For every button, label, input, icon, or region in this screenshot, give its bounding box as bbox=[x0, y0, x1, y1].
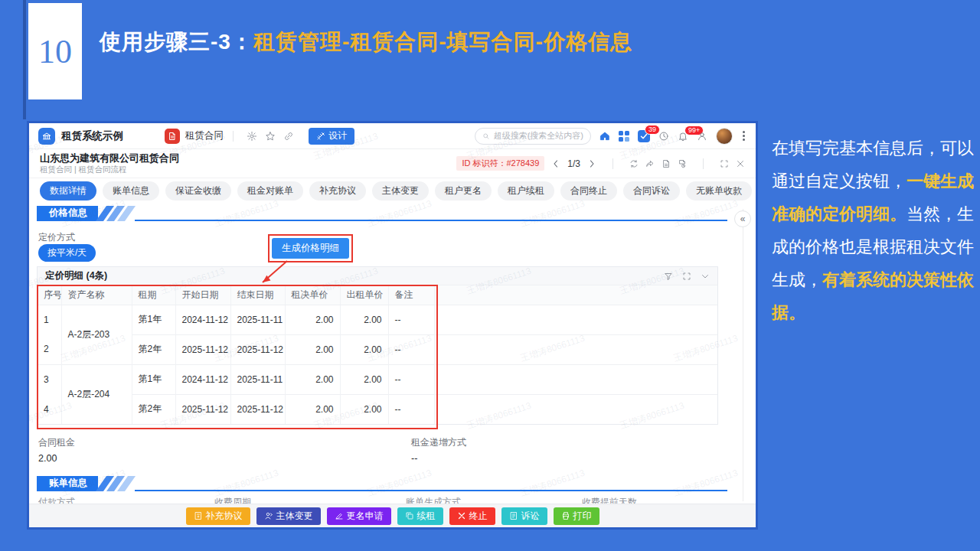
slide-title-prefix: 使用步骤三-3： bbox=[100, 30, 253, 54]
global-search-input[interactable]: 超级搜索(搜索全站内容) bbox=[475, 128, 591, 145]
breadcrumb: 租赁合同 | 租赁合同流程 bbox=[40, 165, 179, 174]
terminate-button[interactable]: 终止 bbox=[449, 507, 495, 525]
table-row: 2 第2年 2025-11-12 2025-11-12 2.00 2.00 -- bbox=[38, 334, 717, 364]
app-screenshot: 王增涛80661113王增涛80661113王增涛80661113王增涛8066… bbox=[27, 121, 758, 530]
subheader-controls: ID 标识符：#278439 1/3 bbox=[456, 156, 745, 171]
tab-litigation[interactable]: 合同诉讼 bbox=[623, 181, 680, 201]
chevron-down-icon[interactable] bbox=[701, 272, 710, 281]
litigation-button[interactable]: 诉讼 bbox=[501, 507, 547, 525]
divider bbox=[612, 158, 613, 169]
price-section-title: 价格信息 bbox=[37, 206, 98, 221]
link-icon[interactable] bbox=[283, 131, 294, 142]
side-note: 在填写完基本信息后，可以通过自定义按钮，一键生成准确的定价明细。当然，生成的价格… bbox=[772, 132, 974, 329]
footer-action-bar: 补充协议 主体变更 更名申请 续租 终止 诉讼 bbox=[29, 504, 756, 527]
history-clock-icon[interactable] bbox=[658, 131, 669, 142]
search-icon bbox=[482, 132, 490, 141]
document-icon bbox=[168, 132, 177, 141]
copy-icon bbox=[405, 511, 414, 520]
share-icon[interactable] bbox=[645, 159, 655, 168]
col-no: 序号 bbox=[38, 285, 61, 305]
app-brand: 租赁系统示例 bbox=[61, 129, 123, 143]
renew-button[interactable]: 续租 bbox=[397, 507, 443, 525]
slide-title: 使用步骤三-3：租赁管理-租赁合同-填写合同-价格信息 bbox=[100, 28, 632, 57]
app-navbar: 租赁系统示例 租赁合同 设计 超级搜索(搜索全站内容 bbox=[29, 123, 756, 149]
asset-cell: A-2层-204 bbox=[61, 364, 132, 424]
filter-icon[interactable] bbox=[664, 272, 673, 281]
subject-change-button[interactable]: 主体变更 bbox=[256, 507, 321, 525]
contract-rent-value: 2.00 bbox=[38, 453, 57, 464]
bank-icon bbox=[42, 132, 51, 141]
supplement-agreement-button[interactable]: 补充协议 bbox=[186, 507, 250, 525]
design-button[interactable]: 设计 bbox=[309, 128, 354, 145]
col-decide-price: 租决单价 bbox=[285, 285, 340, 305]
tab-terminate[interactable]: 合同终止 bbox=[560, 181, 617, 201]
tab-no-bill-receipt[interactable]: 无账单收款 bbox=[686, 181, 752, 201]
banner-line bbox=[135, 220, 727, 221]
col-start-date: 开始日期 bbox=[175, 285, 230, 305]
home-icon[interactable] bbox=[599, 131, 610, 142]
asset-cell: A-2层-203 bbox=[61, 305, 132, 364]
doc-export-icon[interactable] bbox=[662, 159, 671, 168]
bell-icon[interactable]: 99+ bbox=[678, 131, 688, 142]
left-accent-bar bbox=[23, 0, 26, 119]
search-placeholder: 超级搜索(搜索全站内容) bbox=[494, 130, 583, 142]
clipped-field-row: 付款方式 收费周期 账单生成方式 收费提前天数 bbox=[38, 496, 712, 504]
gear-icon[interactable] bbox=[247, 131, 257, 142]
tasks-badge: 39 bbox=[645, 125, 660, 135]
table-row: 4 第2年 2025-11-12 2025-11-12 2.00 2.00 -- bbox=[38, 394, 717, 424]
module-name: 租赁合同 bbox=[185, 129, 224, 142]
tab-tenant-rename[interactable]: 租户更名 bbox=[435, 181, 492, 201]
close-icon[interactable] bbox=[736, 159, 745, 168]
slide: 10 使用步骤三-3：租赁管理-租赁合同-填写合同-价格信息 王增涛806611… bbox=[0, 0, 980, 551]
pricing-method-value: 按平米/天 bbox=[38, 244, 96, 262]
tab-tenant-renew[interactable]: 租户续租 bbox=[498, 181, 554, 201]
person-switch-icon bbox=[264, 511, 273, 520]
tab-deposit[interactable]: 保证金收缴 bbox=[165, 181, 231, 201]
tab-rent-statement[interactable]: 租金对账单 bbox=[237, 181, 303, 201]
table-header-row: 序号 资产名称 租期 开始日期 结束日期 租决单价 出租单价 备注 bbox=[38, 285, 717, 305]
tasks-icon[interactable]: 39 bbox=[638, 130, 650, 142]
tab-supplement[interactable]: 补充协议 bbox=[309, 181, 366, 201]
expand-icon[interactable] bbox=[682, 272, 691, 281]
apps-grid-icon[interactable] bbox=[619, 131, 629, 142]
star-icon[interactable] bbox=[265, 131, 276, 142]
rent-increase-label: 租金递增方式 bbox=[411, 436, 466, 449]
col-remark: 备注 bbox=[388, 285, 434, 305]
collapse-panel-button[interactable]: « bbox=[734, 210, 751, 227]
tab-data-detail[interactable]: 数据详情 bbox=[40, 181, 96, 201]
price-detail-panel: 定价明细 (4条) 序号 资产名称 租期 开始日期 bbox=[37, 266, 718, 425]
app-logo[interactable] bbox=[38, 128, 55, 145]
table-row: 1 A-2层-203 第1年 2024-11-12 2025-11-11 2.0… bbox=[38, 305, 717, 334]
user-icon[interactable] bbox=[697, 131, 707, 142]
col-asset: 资产名称 bbox=[61, 285, 132, 305]
banner-line bbox=[135, 490, 727, 491]
price-detail-table: 序号 资产名称 租期 开始日期 结束日期 租决单价 出租单价 备注 1 A-2 bbox=[38, 285, 717, 424]
bill-generation-label: 账单生成方式 bbox=[406, 496, 461, 504]
id-badge: ID 标识符：#278439 bbox=[456, 156, 544, 171]
pricing-method-label: 定价方式 bbox=[38, 231, 75, 244]
sync-icon[interactable] bbox=[629, 159, 639, 168]
chevron-left-icon[interactable] bbox=[551, 159, 560, 168]
doc-history-icon[interactable] bbox=[678, 159, 687, 168]
tab-bill-info[interactable]: 账单信息 bbox=[103, 181, 159, 201]
navbar-right: 超级搜索(搜索全站内容) 39 99+ bbox=[475, 128, 746, 145]
panel-tools bbox=[664, 272, 710, 281]
more-menu-icon[interactable] bbox=[741, 129, 746, 142]
print-button[interactable]: 打印 bbox=[554, 507, 599, 525]
chevron-right-icon[interactable] bbox=[587, 159, 596, 168]
design-button-label: 设计 bbox=[328, 129, 347, 142]
contract-tabs: 数据详情 账单信息 保证金收缴 租金对账单 补充协议 主体变更 租户更名 租户续… bbox=[29, 178, 740, 203]
avatar[interactable] bbox=[716, 128, 733, 145]
edit-icon bbox=[335, 511, 344, 520]
slide-title-highlight: 租赁管理-租赁合同-填写合同-价格信息 bbox=[253, 30, 632, 54]
right-rail-divider bbox=[743, 209, 743, 501]
generate-price-detail-button[interactable]: 生成价格明细 bbox=[272, 238, 349, 259]
tab-subject-change[interactable]: 主体变更 bbox=[372, 181, 429, 201]
contract-rent-label: 合同租金 bbox=[38, 436, 75, 449]
contract-module-icon bbox=[165, 129, 180, 144]
rename-apply-button[interactable]: 更名申请 bbox=[327, 507, 391, 525]
bill-section-title: 账单信息 bbox=[37, 476, 98, 491]
fullscreen-icon[interactable] bbox=[720, 159, 729, 168]
doc-plus-icon bbox=[194, 511, 203, 520]
charge-advance-days-label: 收费提前天数 bbox=[582, 496, 637, 504]
